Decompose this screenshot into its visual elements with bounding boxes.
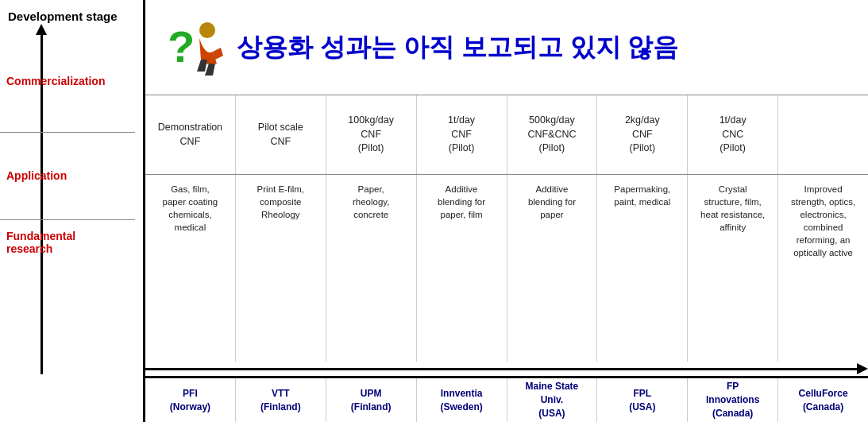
- fund-col-upm: Paper, rheology, concrete: [326, 175, 416, 362]
- korean-banner-title: 상용화 성과는 아직 보고되고 있지 않음: [237, 30, 678, 65]
- app-col-innventia: 1t/day CNF (Pilot): [416, 95, 507, 174]
- stage-fundamental: Fundamental research: [0, 219, 135, 374]
- page-container: Development stage Commercialization Appl…: [0, 0, 868, 422]
- content-rows: Demonstration CNFPilot scale CNF100kg/da…: [145, 95, 868, 362]
- institutions-row: PFI (Norway)VTT (Finland)UPM (Finland)In…: [145, 376, 868, 422]
- app-col-fp_innovations: 1t/day CNC (Pilot): [687, 95, 777, 174]
- inst-col-pfi: PFI (Norway): [145, 378, 235, 422]
- application-section: Demonstration CNFPilot scale CNF100kg/da…: [145, 95, 868, 175]
- main-chart-area: ? 상용화 성과는 아직 보고되고 있지 않음 Demonstration CN…: [143, 0, 868, 422]
- fund-col-innventia: Additive blending for paper, film: [416, 175, 507, 362]
- app-col-maine: 500kg/day CNF&CNC (Pilot): [507, 95, 597, 174]
- chart-wrapper: ? 상용화 성과는 아직 보고되고 있지 않음 Demonstration CN…: [145, 0, 868, 376]
- inst-col-maine: Maine State Univ. (USA): [507, 378, 597, 422]
- fund-col-fpl: Papermaking, paint, medical: [596, 175, 687, 362]
- commercialization-section: ? 상용화 성과는 아직 보고되고 있지 않음: [145, 0, 868, 95]
- x-axis-row: [145, 362, 868, 376]
- question-mark-icon: ?: [161, 16, 225, 79]
- app-col-pfi: Demonstration CNF: [145, 95, 235, 174]
- fund-col-maine: Additive blending for paper: [507, 175, 597, 362]
- inst-col-fp_innovations: FP Innovations (Canada): [687, 378, 777, 422]
- fund-col-pfi: Gas, film, paper coating chemicals, medi…: [145, 175, 235, 362]
- app-col-upm: 100kg/day CNF (Pilot): [326, 95, 416, 174]
- stage-commercialization: Commercialization: [0, 30, 135, 132]
- x-axis-line: [145, 368, 857, 370]
- axis-title: Development stage: [0, 0, 143, 23]
- x-axis-arrow-head: [857, 363, 868, 374]
- inst-col-upm: UPM (Finland): [326, 378, 416, 422]
- app-col-celluforce: [777, 95, 868, 174]
- fundamental-section: Gas, film, paper coating chemicals, medi…: [145, 175, 868, 362]
- inst-col-fpl: FPL (USA): [596, 378, 687, 422]
- inst-col-celluforce: CelluForce (Canada): [777, 378, 868, 422]
- app-col-fpl: 2kg/day CNF (Pilot): [596, 95, 687, 174]
- fund-col-celluforce: Improved strength, optics, electronics, …: [777, 175, 868, 362]
- left-axis: Development stage Commercialization Appl…: [0, 0, 143, 422]
- svg-point-1: [199, 22, 215, 38]
- stage-labels: Commercialization Application Fundamenta…: [0, 30, 135, 374]
- fund-col-fp_innovations: Crystal structure, film, heat resistance…: [687, 175, 777, 362]
- app-col-vtt: Pilot scale CNF: [235, 95, 326, 174]
- stage-application: Application: [0, 132, 135, 219]
- svg-text:?: ?: [168, 21, 195, 72]
- inst-col-vtt: VTT (Finland): [235, 378, 326, 422]
- inst-col-innventia: Innventia (Sweden): [416, 378, 507, 422]
- fund-col-vtt: Print E-film, composite Rheology: [235, 175, 326, 362]
